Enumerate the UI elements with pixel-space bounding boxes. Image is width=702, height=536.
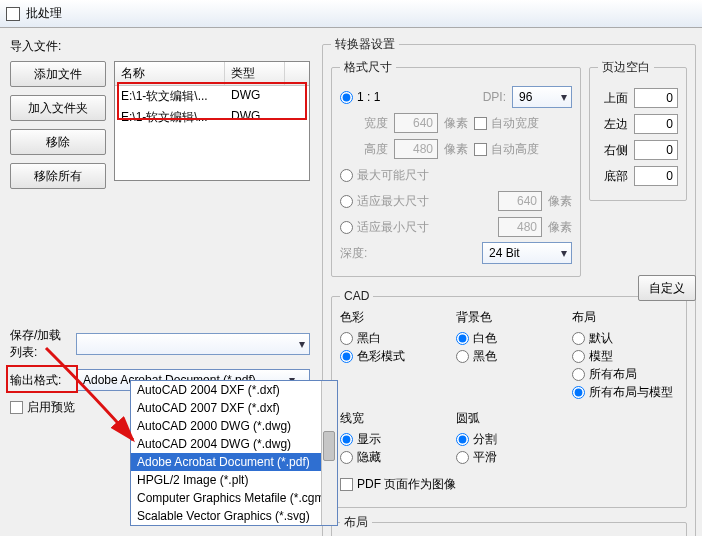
table-row[interactable]: E:\1-软文编辑\... DWG bbox=[115, 86, 309, 107]
table-row[interactable]: E:\1-软文编辑\... DWG bbox=[115, 107, 309, 128]
custom-button[interactable]: 自定义 bbox=[638, 275, 696, 301]
dropdown-option[interactable]: AutoCAD 2000 DWG (*.dwg) bbox=[131, 417, 337, 435]
save-list-select[interactable] bbox=[76, 333, 310, 355]
app-icon bbox=[6, 7, 20, 21]
auto-height-check[interactable]: 自动高度 bbox=[474, 141, 539, 158]
dropdown-option[interactable]: AutoCAD 2004 DWG (*.dwg) bbox=[131, 435, 337, 453]
dropdown-option[interactable]: HPGL/2 Image (*.plt) bbox=[131, 471, 337, 489]
ratio-11-radio[interactable]: 1 : 1 bbox=[340, 90, 380, 104]
fit-max-radio[interactable]: 适应最大尺寸 bbox=[340, 193, 429, 210]
remove-button[interactable]: 移除 bbox=[10, 129, 106, 155]
window-title: 批处理 bbox=[26, 5, 62, 22]
width-input[interactable] bbox=[394, 113, 438, 133]
import-label: 导入文件: bbox=[10, 38, 310, 55]
arc-segment-radio[interactable]: 分割 bbox=[456, 431, 497, 448]
bg-white-radio[interactable]: 白色 bbox=[456, 330, 497, 347]
max-possible-radio[interactable]: 最大可能尺寸 bbox=[340, 167, 429, 184]
dropdown-option[interactable]: AutoCAD 2004 DXF (*.dxf) bbox=[131, 381, 337, 399]
layout-default-radio[interactable]: 默认 bbox=[572, 330, 613, 347]
pdf-as-image-check[interactable]: PDF 页面作为图像 bbox=[340, 476, 456, 493]
add-folder-button[interactable]: 加入文件夹 bbox=[10, 95, 106, 121]
margin-top-input[interactable] bbox=[634, 88, 678, 108]
add-file-button[interactable]: 添加文件 bbox=[10, 61, 106, 87]
margin-bottom-input[interactable] bbox=[634, 166, 678, 186]
enable-preview-checkbox[interactable]: 启用预览 bbox=[10, 399, 75, 416]
converter-settings-group: 转换器设置 格式尺寸 1 : 1 DPI: 96 宽度 像素 自动宽度 bbox=[322, 36, 696, 536]
fit-max-input[interactable] bbox=[498, 191, 542, 211]
titlebar: 批处理 bbox=[0, 0, 702, 28]
color-mode-radio[interactable]: 色彩模式 bbox=[340, 348, 405, 365]
layout-allmodel-radio[interactable]: 所有布局与模型 bbox=[572, 384, 673, 401]
margin-right-input[interactable] bbox=[634, 140, 678, 160]
col-type[interactable]: 类型 bbox=[225, 62, 285, 85]
cad-group: CAD 色彩 黑白 色彩模式 背景色 白色 黑色 布局 默认 bbox=[331, 289, 687, 508]
scroll-thumb[interactable] bbox=[323, 431, 335, 461]
margin-left-input[interactable] bbox=[634, 114, 678, 134]
fit-min-input[interactable] bbox=[498, 217, 542, 237]
scrollbar[interactable] bbox=[321, 381, 337, 525]
height-input[interactable] bbox=[394, 139, 438, 159]
format-size-group: 格式尺寸 1 : 1 DPI: 96 宽度 像素 自动宽度 高度 bbox=[331, 59, 581, 277]
linew-show-radio[interactable]: 显示 bbox=[340, 431, 381, 448]
dropdown-option[interactable]: Scalable Vector Graphics (*.svg) bbox=[131, 507, 337, 525]
layout2-group: 布局 布局到文件 bbox=[331, 514, 687, 536]
margins-group: 页边空白 上面 左边 右侧 底部 bbox=[589, 59, 687, 201]
auto-width-check[interactable]: 自动宽度 bbox=[474, 115, 539, 132]
save-list-label: 保存/加载列表: bbox=[10, 327, 70, 361]
dpi-select[interactable]: 96 bbox=[512, 86, 572, 108]
linew-hide-radio[interactable]: 隐藏 bbox=[340, 449, 381, 466]
depth-select[interactable]: 24 Bit bbox=[482, 242, 572, 264]
file-list-header: 名称 类型 bbox=[115, 62, 309, 86]
dropdown-option[interactable]: AutoCAD 2007 DXF (*.dxf) bbox=[131, 399, 337, 417]
remove-all-button[interactable]: 移除所有 bbox=[10, 163, 106, 189]
output-format-dropdown[interactable]: AutoCAD 2004 DXF (*.dxf) AutoCAD 2007 DX… bbox=[130, 380, 338, 526]
col-name[interactable]: 名称 bbox=[115, 62, 225, 85]
color-bw-radio[interactable]: 黑白 bbox=[340, 330, 381, 347]
file-list[interactable]: 名称 类型 E:\1-软文编辑\... DWG E:\1-软文编辑\... DW… bbox=[114, 61, 310, 181]
bg-black-radio[interactable]: 黑色 bbox=[456, 348, 497, 365]
dropdown-option[interactable]: Computer Graphics Metafile (*.cgm) bbox=[131, 489, 337, 507]
dropdown-option-selected[interactable]: Adobe Acrobat Document (*.pdf) bbox=[131, 453, 337, 471]
fit-min-radio[interactable]: 适应最小尺寸 bbox=[340, 219, 429, 236]
arc-smooth-radio[interactable]: 平滑 bbox=[456, 449, 497, 466]
layout-model-radio[interactable]: 模型 bbox=[572, 348, 613, 365]
output-format-label: 输出格式: bbox=[10, 372, 70, 389]
layout-all-radio[interactable]: 所有布局 bbox=[572, 366, 637, 383]
